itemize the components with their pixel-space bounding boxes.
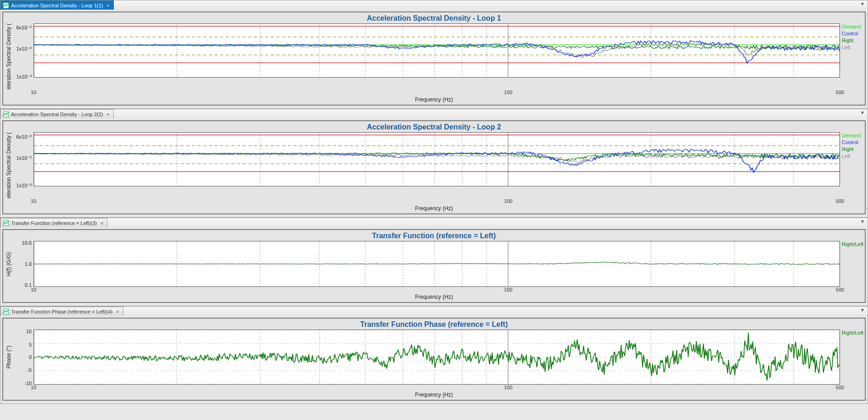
legend-item-rightleft: Right/Left [842, 330, 863, 336]
chart-icon [3, 111, 9, 118]
legend-item-right: Right [842, 37, 863, 44]
tab-bar: Transfer Function Phase (reference = Lef… [0, 307, 868, 316]
chart-title: Transfer Function (reference = Left) [3, 231, 865, 241]
xaxis: 10100500 [34, 385, 840, 392]
ytick: 6x10⁻² [16, 25, 32, 31]
panel-phase: Transfer Function Phase (reference = Lef… [0, 306, 868, 404]
ytick: 5 [29, 342, 32, 347]
yaxis-label: eleration Spectral Density ( [5, 23, 12, 90]
legend-item-right: Right [842, 146, 863, 153]
plot-area[interactable] [34, 23, 840, 78]
legend-item-left: Left [842, 44, 863, 51]
panel-tf: Transfer Function (reference = Left)(3) … [0, 218, 868, 306]
chart-phase[interactable]: Transfer Function Phase (reference = Lef… [2, 318, 866, 401]
tab-bar: Acceleration Spectral Density - Loop 1(1… [0, 0, 868, 10]
panel-menu-dropdown[interactable]: ▼ [860, 219, 865, 224]
tab-label: Acceleration Spectral Density - Loop 1(1… [11, 3, 103, 8]
legend-item-control: Control [842, 30, 863, 37]
xaxis-label: Frequency (Hz) [3, 294, 865, 301]
legend: Demand Control Right Left [840, 132, 863, 198]
ytick: 1x10⁻³ [16, 73, 32, 79]
close-icon[interactable]: × [107, 3, 110, 8]
ytick: 1.0 [25, 261, 32, 267]
legend-item-demand: Demand [842, 132, 863, 139]
xaxis-label: Frequency (Hz) [3, 96, 865, 104]
panel-asd-loop1: Acceleration Spectral Density - Loop 1(1… [0, 0, 868, 109]
chart-icon [3, 220, 9, 226]
close-icon[interactable]: × [101, 220, 103, 226]
chart-asd-loop2[interactable]: Acceleration Spectral Density - Loop 2 e… [2, 120, 866, 214]
chart-tf[interactable]: Transfer Function (reference = Left) H(f… [2, 229, 866, 303]
plot-area[interactable] [34, 132, 840, 186]
yaxis-label: H(f) (G/G) [5, 241, 12, 287]
chart-title: Transfer Function Phase (reference = Lef… [3, 319, 865, 330]
ytick: 1x10⁻² [16, 155, 32, 161]
ytick: 0 [29, 354, 32, 360]
ytick-col: 10 5 0 -5 -10 [12, 330, 34, 385]
ytick-col: 6x10⁻² 1x10⁻² 1x10⁻³ [12, 132, 34, 186]
panel-asd-loop2: Acceleration Spectral Density - Loop 2(2… [0, 109, 868, 218]
ytick: 10 [26, 329, 32, 334]
xaxis-label: Frequency (Hz) [3, 205, 865, 213]
tab-label: Transfer Function (reference = Left)(3) [11, 220, 97, 226]
legend: Demand Control Right Left [840, 23, 863, 90]
chart-title: Acceleration Spectral Density - Loop 1 [3, 13, 865, 23]
chart-icon [3, 308, 9, 315]
panel-menu-dropdown[interactable]: ▼ [860, 110, 865, 115]
tab-bar: Acceleration Spectral Density - Loop 2(2… [0, 109, 868, 118]
ytick: 1x10⁻³ [16, 182, 32, 188]
chart-asd-loop1[interactable]: Acceleration Spectral Density - Loop 1 e… [2, 11, 866, 106]
panel-menu-dropdown[interactable]: ▼ [860, 1, 865, 6]
chart-title: Acceleration Spectral Density - Loop 2 [3, 122, 865, 132]
ytick: 10.0 [22, 240, 32, 246]
legend: Right/Left [840, 241, 863, 287]
tab-phase[interactable]: Transfer Function Phase (reference = Lef… [0, 307, 123, 316]
xaxis-label: Frequency (Hz) [3, 392, 865, 399]
tab-asd-loop2[interactable]: Acceleration Spectral Density - Loop 2(2… [0, 109, 114, 118]
ytick: -5 [27, 367, 32, 373]
xaxis: 10100500 [34, 90, 840, 96]
legend-item-left: Left [842, 153, 863, 160]
ytick: 1x10⁻² [16, 46, 32, 52]
ytick-col: 10.0 1.0 0.1 [12, 241, 34, 287]
chart-icon [3, 2, 9, 9]
plot-area[interactable] [34, 241, 840, 287]
xaxis: 10100500 [34, 198, 840, 205]
tab-label: Acceleration Spectral Density - Loop 2(2… [11, 112, 103, 117]
tab-tf[interactable]: Transfer Function (reference = Left)(3) … [0, 218, 107, 227]
plot-area[interactable] [34, 330, 840, 385]
xaxis: 10100500 [34, 287, 840, 294]
ytick: 6x10⁻² [16, 134, 32, 140]
close-icon[interactable]: × [107, 112, 110, 117]
tab-label: Transfer Function Phase (reference = Lef… [11, 309, 112, 314]
legend-item-rightleft: Right/Left [842, 241, 863, 248]
tab-bar: Transfer Function (reference = Left)(3) … [0, 218, 868, 227]
legend: Right/Left [840, 330, 863, 385]
close-icon[interactable]: × [116, 309, 119, 314]
legend-item-control: Control [842, 139, 863, 146]
panel-menu-dropdown[interactable]: ▼ [860, 308, 865, 313]
ytick-col: 6x10⁻² 1x10⁻² 1x10⁻³ [12, 23, 34, 78]
legend-item-demand: Demand [842, 23, 863, 30]
yaxis-label: eleration Spectral Density ( [5, 132, 12, 198]
yaxis-label: Phase (°) [5, 330, 12, 385]
tab-asd-loop1[interactable]: Acceleration Spectral Density - Loop 1(1… [0, 0, 114, 10]
